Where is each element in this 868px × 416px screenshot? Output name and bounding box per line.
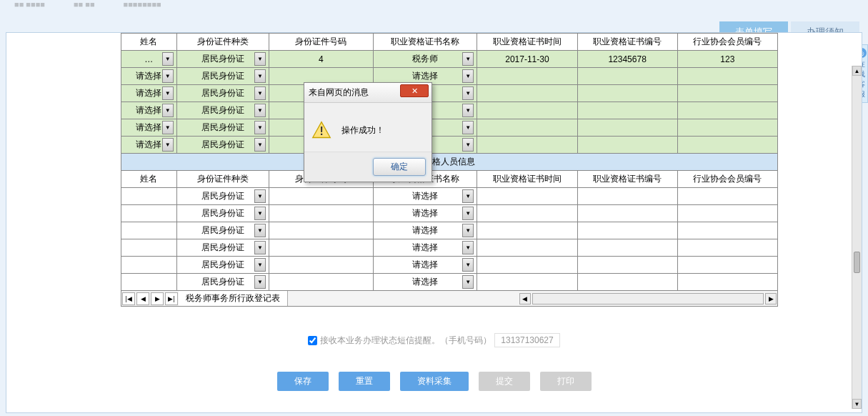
dialog-titlebar[interactable]: 来自网页的消息 ✕ xyxy=(304,83,431,103)
modal-overlay: 来自网页的消息 ✕ ! 操作成功！ 确定 xyxy=(0,0,868,416)
ok-button[interactable]: 确定 xyxy=(373,158,426,176)
svg-text:!: ! xyxy=(319,125,323,137)
dialog-title: 来自网页的消息 xyxy=(309,86,369,99)
warning-icon: ! xyxy=(311,120,331,140)
dialog-message: 操作成功！ xyxy=(341,124,384,137)
message-dialog: 来自网页的消息 ✕ ! 操作成功！ 确定 xyxy=(304,82,432,182)
close-icon[interactable]: ✕ xyxy=(400,84,429,97)
